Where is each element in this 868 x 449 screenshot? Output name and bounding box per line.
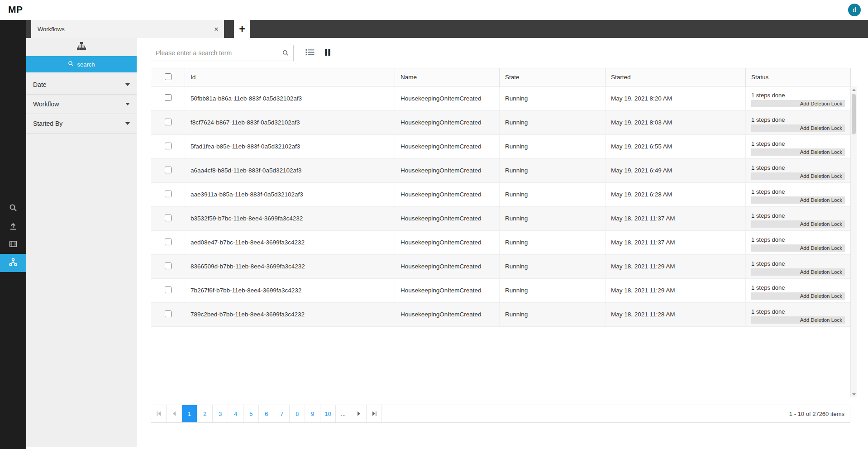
cell-started: May 18, 2021 11:29 AM: [606, 278, 746, 302]
grid-toolbar: [151, 45, 331, 61]
steps-done-label: 1 steps done: [751, 116, 845, 123]
scrollbar-down-arrow[interactable]: [851, 391, 857, 397]
tab-close-icon[interactable]: ×: [214, 25, 219, 33]
pager-page-3[interactable]: 3: [213, 405, 228, 422]
vertical-scrollbar[interactable]: [850, 86, 857, 397]
search-box: [151, 45, 294, 61]
table-row: f8cf7624-b867-11eb-883f-0a5d32102af3 Hou…: [151, 110, 851, 134]
triangle-up-icon: [852, 89, 856, 91]
row-checkbox[interactable]: [165, 167, 172, 173]
table-row: aed08e47-b7bc-11eb-8ee4-3699fa3c4232 Hou…: [151, 230, 851, 254]
column-header-started[interactable]: Started: [606, 68, 746, 86]
filter-panel: search Date Workflow Started By: [26, 38, 137, 447]
cell-name: HousekeepingOnItemCreated: [395, 134, 500, 158]
rail-item-search[interactable]: [0, 200, 26, 218]
pager-page-10[interactable]: 10: [320, 405, 336, 422]
cell-id: 8366509d-b7bb-11eb-8ee4-3699fa3c4232: [185, 254, 395, 278]
search-button[interactable]: search: [26, 56, 137, 72]
add-deletion-lock-bar[interactable]: Add Deletion Lock: [751, 172, 845, 180]
cell-status: 1 steps done Add Deletion Lock: [746, 182, 851, 206]
pager-ellipsis[interactable]: ...: [336, 405, 351, 422]
cell-id: aae3911a-b85a-11eb-883f-0a5d32102af3: [185, 182, 395, 206]
select-all-checkbox[interactable]: [165, 73, 172, 80]
pager-page-7[interactable]: 7: [274, 405, 290, 422]
add-deletion-lock-bar[interactable]: Add Deletion Lock: [751, 148, 845, 156]
filter-section-started-by[interactable]: Started By: [26, 114, 137, 134]
new-tab-button[interactable]: +: [234, 20, 250, 38]
add-deletion-lock-bar[interactable]: Add Deletion Lock: [751, 268, 845, 276]
pager-last-button[interactable]: [367, 405, 382, 422]
pager-first-button[interactable]: [151, 405, 167, 422]
row-checkbox[interactable]: [165, 310, 172, 317]
row-checkbox[interactable]: [165, 94, 172, 101]
add-deletion-lock-bar[interactable]: Add Deletion Lock: [751, 196, 845, 204]
column-header-name[interactable]: Name: [395, 68, 500, 86]
row-checkbox[interactable]: [165, 215, 172, 221]
cell-checkbox: [151, 278, 185, 302]
cell-state: Running: [500, 86, 606, 110]
row-checkbox[interactable]: [165, 119, 172, 125]
add-deletion-lock-bar[interactable]: Add Deletion Lock: [751, 124, 845, 132]
add-deletion-lock-bar[interactable]: Add Deletion Lock: [751, 100, 845, 107]
hierarchy-view-button[interactable]: [26, 39, 137, 54]
pager-next-button[interactable]: [351, 405, 367, 422]
column-header-state[interactable]: State: [500, 68, 606, 86]
table-row: 50fbb81a-b86a-11eb-883f-0a5d32102af3 Hou…: [151, 86, 851, 110]
pager-page-2[interactable]: 2: [197, 405, 213, 422]
cell-status: 1 steps done Add Deletion Lock: [746, 230, 851, 254]
column-header-id[interactable]: Id: [185, 68, 395, 86]
table-row: 789c2bed-b7bb-11eb-8ee4-3699fa3c4232 Hou…: [151, 302, 851, 326]
add-deletion-lock-bar[interactable]: Add Deletion Lock: [751, 244, 845, 252]
search-submit-button[interactable]: [278, 45, 293, 61]
rail-item-workflows[interactable]: [0, 254, 26, 272]
film-icon: [9, 239, 18, 250]
row-checkbox[interactable]: [165, 191, 172, 197]
row-checkbox[interactable]: [165, 287, 172, 293]
user-avatar[interactable]: d: [848, 4, 861, 16]
steps-done-label: 1 steps done: [751, 212, 845, 219]
pager-page-9[interactable]: 9: [305, 405, 320, 422]
arrow-right-icon: [356, 411, 362, 417]
table-row: 5fad1fea-b85e-11eb-883f-0a5d32102af3 Hou…: [151, 134, 851, 158]
cell-id: 50fbb81a-b86a-11eb-883f-0a5d32102af3: [185, 86, 395, 110]
cell-name: HousekeepingOnItemCreated: [395, 278, 500, 302]
pager-page-6[interactable]: 6: [259, 405, 274, 422]
tab-workflows[interactable]: Workflows ×: [31, 20, 224, 38]
add-deletion-lock-bar[interactable]: Add Deletion Lock: [751, 220, 845, 228]
add-deletion-lock-bar[interactable]: Add Deletion Lock: [751, 316, 845, 324]
add-deletion-lock-bar[interactable]: Add Deletion Lock: [751, 292, 845, 300]
pager-page-4[interactable]: 4: [228, 405, 243, 422]
search-input[interactable]: [151, 45, 278, 61]
scrollbar-thumb[interactable]: [852, 94, 856, 134]
row-checkbox[interactable]: [165, 143, 172, 149]
pager-page-1[interactable]: 1: [182, 405, 197, 422]
cell-started: May 18, 2021 11:37 AM: [606, 206, 746, 230]
cell-state: Running: [500, 158, 606, 182]
cell-name: HousekeepingOnItemCreated: [395, 302, 500, 326]
rail-item-upload[interactable]: [0, 218, 26, 236]
cell-checkbox: [151, 206, 185, 230]
cell-state: Running: [500, 230, 606, 254]
row-checkbox[interactable]: [165, 239, 172, 245]
steps-done-label: 1 steps done: [751, 164, 845, 171]
cell-status: 1 steps done Add Deletion Lock: [746, 278, 851, 302]
cell-state: Running: [500, 302, 606, 326]
cell-id: 5fad1fea-b85e-11eb-883f-0a5d32102af3: [185, 134, 395, 158]
rail-item-media[interactable]: [0, 236, 26, 254]
list-view-button[interactable]: [305, 48, 315, 58]
grid-body-table: 50fbb81a-b86a-11eb-883f-0a5d32102af3 Hou…: [151, 86, 851, 327]
scrollbar-up-arrow[interactable]: [851, 86, 857, 93]
column-header-status[interactable]: Status: [746, 68, 851, 86]
cell-started: May 19, 2021 8:03 AM: [606, 110, 746, 134]
cell-started: May 19, 2021 8:20 AM: [606, 86, 746, 110]
cell-name: HousekeepingOnItemCreated: [395, 182, 500, 206]
cell-id: aed08e47-b7bc-11eb-8ee4-3699fa3c4232: [185, 230, 395, 254]
filter-section-date[interactable]: Date: [26, 75, 137, 95]
pager-page-8[interactable]: 8: [290, 405, 305, 422]
cell-started: May 18, 2021 11:28 AM: [606, 302, 746, 326]
pager-page-5[interactable]: 5: [243, 405, 259, 422]
pause-button[interactable]: [324, 48, 331, 58]
row-checkbox[interactable]: [165, 263, 172, 269]
filter-section-workflow[interactable]: Workflow: [26, 95, 137, 114]
pager-prev-button[interactable]: [167, 405, 182, 422]
